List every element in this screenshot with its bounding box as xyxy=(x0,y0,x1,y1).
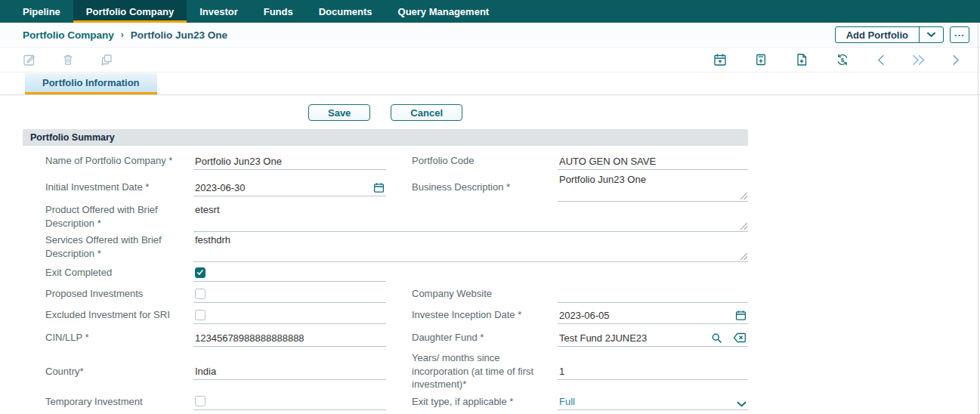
file-plus-icon xyxy=(795,53,808,66)
breadcrumb-row: Portfolio Company › Portfolio Jun23 One … xyxy=(0,23,980,48)
section-header-portfolio-summary: Portfolio Summary xyxy=(23,129,748,146)
field-label-daughter-fund: Daughter Fund * xyxy=(412,331,558,344)
resize-handle[interactable] xyxy=(740,253,747,260)
more-options-button[interactable]: ... xyxy=(950,26,969,43)
form-row: Exit Completed xyxy=(23,262,748,283)
breadcrumb: Portfolio Company › Portfolio Jun23 One xyxy=(23,29,227,41)
add-portfolio-split-button: Add Portfolio xyxy=(835,26,944,43)
chevron-left-icon xyxy=(876,54,885,66)
chevron-down-icon[interactable] xyxy=(737,401,747,407)
form-row: Initial Investment Date * 2023-06-30 Bus… xyxy=(23,171,748,202)
add-board-item-button[interactable] xyxy=(754,53,768,66)
proposed-investments-field xyxy=(193,286,386,303)
add-document-button[interactable] xyxy=(795,53,808,66)
window-right-border xyxy=(978,23,978,414)
excluded-investment-sri-checkbox[interactable] xyxy=(195,310,206,320)
field-label-services-offered: Services Offered with Brief Description … xyxy=(45,233,193,260)
previous-record-button[interactable] xyxy=(876,54,885,66)
nav-item-investor[interactable]: Investor xyxy=(187,0,251,23)
field-label-years-since-incorporation: Years/ months since incorporation (at ti… xyxy=(412,351,558,391)
form-row: Proposed Investments Company Website xyxy=(23,283,748,304)
country-input[interactable]: India xyxy=(193,363,386,380)
field-label-initial-investment-date: Initial Investment Date * xyxy=(45,181,193,194)
field-label-portfolio-code: Portfolio Code xyxy=(412,154,558,168)
field-label-exit-completed: Exit Completed xyxy=(45,266,193,280)
clear-backspace-icon[interactable] xyxy=(733,332,747,343)
form-row: Name of Portfolio Company * Portfolio Ju… xyxy=(23,150,748,171)
currency-refresh-button[interactable]: $ xyxy=(836,53,849,66)
form-row: Services Offered with Brief Description … xyxy=(23,232,748,262)
field-label-company-website: Company Website xyxy=(412,287,558,301)
form-row: Product Offered with Brief Description *… xyxy=(23,202,748,232)
next-record-button[interactable] xyxy=(952,54,960,66)
product-offered-textarea[interactable]: etesrt xyxy=(193,203,748,232)
add-portfolio-button[interactable]: Add Portfolio xyxy=(836,27,919,42)
field-label-exit-type: Exit type, if applicable * xyxy=(412,395,558,409)
temporary-investment-checkbox[interactable] xyxy=(195,396,206,406)
field-label-investee-inception-date: Investee Inception Date * xyxy=(412,308,558,322)
exit-completed-checkbox[interactable] xyxy=(195,267,206,278)
nav-item-funds[interactable]: Funds xyxy=(251,0,306,23)
duplicate-button[interactable] xyxy=(100,53,113,66)
field-label-excluded-investment-sri: Excluded Investment for SRI xyxy=(45,308,193,322)
services-offered-textarea[interactable]: festhdrh xyxy=(193,233,748,262)
cancel-button[interactable]: Cancel xyxy=(391,104,462,121)
nav-item-pipeline[interactable]: Pipeline xyxy=(10,0,73,23)
breadcrumb-parent[interactable]: Portfolio Company xyxy=(23,29,114,41)
chevron-right-icon xyxy=(952,54,960,66)
investee-inception-date-input[interactable]: 2023-06-05 xyxy=(558,307,748,324)
portfolio-code-input[interactable]: AUTO GEN ON SAVE xyxy=(558,153,748,170)
copy-plus-icon xyxy=(100,53,113,66)
record-toolbar: $ xyxy=(0,48,980,73)
nav-item-portfolio-company[interactable]: Portfolio Company xyxy=(73,0,187,23)
temporary-investment-field xyxy=(193,393,386,410)
edit-icon xyxy=(23,53,36,66)
form-row: Temporary Investment Exit type, if appli… xyxy=(23,391,748,412)
form-row: CIN/LLP * 12345678988888888888 Daughter … xyxy=(23,326,748,350)
resize-handle[interactable] xyxy=(740,193,747,199)
field-label-cin-llp: CIN/LLP * xyxy=(45,331,193,344)
field-label-proposed-investments: Proposed Investments xyxy=(45,287,193,301)
field-label-temporary-investment: Temporary Investment xyxy=(45,395,193,409)
form-actions: Save Cancel xyxy=(23,104,748,121)
tab-bar: Portfolio Information xyxy=(0,73,980,95)
exit-type-select[interactable]: Full xyxy=(558,393,748,410)
delete-button[interactable] xyxy=(61,53,75,66)
chevron-down-icon xyxy=(926,32,936,38)
tab-portfolio-information[interactable]: Portfolio Information xyxy=(25,73,157,94)
name-of-portfolio-company-input[interactable]: Portfolio Jun23 One xyxy=(193,153,386,170)
edit-button[interactable] xyxy=(23,53,36,66)
business-description-textarea[interactable]: Portfolio Jun23 One xyxy=(558,173,748,202)
excluded-investment-sri-field xyxy=(193,307,386,324)
last-record-button[interactable] xyxy=(912,54,925,66)
calendar-icon[interactable] xyxy=(735,310,747,321)
exit-completed-field xyxy=(193,264,386,282)
calendar-plus-icon xyxy=(713,53,727,66)
daughter-fund-lookup-input[interactable]: Test Fund 2JUNE23 xyxy=(558,329,748,347)
field-label-business-description: Business Description * xyxy=(412,181,558,194)
proposed-investments-checkbox[interactable] xyxy=(195,289,206,299)
calendar-icon[interactable] xyxy=(373,182,385,193)
initial-investment-date-input[interactable]: 2023-06-30 xyxy=(193,179,386,196)
clipboard-plus-icon xyxy=(754,53,768,66)
cin-llp-input[interactable]: 12345678988888888888 xyxy=(193,329,386,347)
field-label-country: Country* xyxy=(45,365,193,378)
nav-item-query-management[interactable]: Query Management xyxy=(385,0,502,23)
company-website-input[interactable] xyxy=(558,286,748,303)
check-icon xyxy=(196,269,204,276)
form-row: Country* India Years/ months since incor… xyxy=(23,350,748,391)
save-button[interactable]: Save xyxy=(308,104,370,121)
years-since-incorporation-input[interactable]: 1 xyxy=(558,363,748,380)
field-label-name-of-portfolio-company: Name of Portfolio Company * xyxy=(45,154,193,168)
top-navbar: Pipeline Portfolio Company Investor Fund… xyxy=(0,0,980,23)
add-portfolio-dropdown-button[interactable] xyxy=(919,27,943,42)
form-row: Excluded Investment for SRI Investee Inc… xyxy=(23,304,748,326)
trash-icon xyxy=(61,53,75,66)
resize-handle[interactable] xyxy=(740,223,747,230)
search-icon[interactable] xyxy=(711,332,722,344)
nav-item-documents[interactable]: Documents xyxy=(306,0,385,23)
currency-refresh-icon: $ xyxy=(836,53,849,66)
breadcrumb-separator-icon: › xyxy=(121,29,124,40)
add-valuation-button[interactable] xyxy=(713,53,727,66)
breadcrumb-current: Portfolio Jun23 One xyxy=(131,29,227,41)
